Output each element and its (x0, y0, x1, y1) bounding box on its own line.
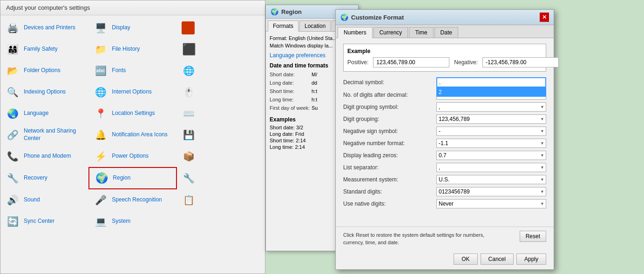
sidebar-item-devices-printers[interactable]: 🖨️ Devices and Printers (0, 17, 88, 39)
sidebar-item-internet-options[interactable]: 🌐 Internet Options (88, 81, 176, 103)
file-history-icon: 📁 (93, 42, 108, 57)
digit-grouping-label: Digit grouping: (343, 116, 436, 122)
decimal-symbol-input-wrapper: 2 (436, 77, 546, 87)
power-icon: ⚡ (93, 149, 108, 164)
customize-close-button[interactable]: ✕ (540, 13, 549, 22)
sidebar-item-col3-10[interactable] (177, 211, 265, 232)
sidebar-item-family-safety[interactable]: 👨‍👩‍👧 Family Safety (0, 39, 88, 60)
tab-currency[interactable]: Currency (373, 27, 408, 38)
speech-label[interactable]: Speech Recognition (112, 196, 162, 204)
sound-label[interactable]: Sound (24, 196, 40, 204)
region-label[interactable]: Region (113, 174, 130, 182)
sidebar-item-file-history[interactable]: 📁 File History (88, 39, 176, 60)
use-native-digits-select[interactable]: Never (436, 199, 546, 208)
first-day-value: Su (312, 105, 318, 111)
network-icon: 🌐 (182, 63, 197, 78)
ok-button[interactable]: OK (454, 254, 477, 265)
sidebar-item-col3-5[interactable]: ⌨️ (177, 103, 265, 124)
recovery-label[interactable]: Recovery (24, 174, 47, 182)
sidebar-item-col3-6[interactable]: 💾 (177, 124, 265, 146)
sidebar-item-col3-4[interactable]: 🖱️ (177, 81, 265, 103)
system-label[interactable]: System (112, 218, 130, 225)
sidebar-item-system[interactable]: 💻 System (88, 211, 176, 232)
sidebar-item-display[interactable]: 🖥️ Display (88, 17, 176, 39)
sidebar-item-language[interactable]: 🌏 Language (0, 103, 88, 124)
negative-sign-select[interactable]: - (436, 127, 546, 136)
sidebar-item-region[interactable]: 🌍 Region (88, 167, 176, 189)
language-preferences-link[interactable]: Language preferences (270, 52, 325, 59)
customize-format-dialog: 🌍 Customize Format ✕ Numbers Currency Ti… (335, 9, 554, 270)
digit-grouping-select[interactable]: 123,456,789 (436, 114, 546, 124)
internet-options-label[interactable]: Internet Options (112, 88, 151, 96)
list-separator-label: List separator: (343, 164, 436, 171)
family-safety-icon: 👨‍👩‍👧 (5, 42, 20, 57)
list-separator-select[interactable]: , (436, 163, 546, 172)
fonts-label[interactable]: Fonts (112, 67, 126, 74)
digit-grouping-symbol-row: Digit grouping symbol: , (343, 102, 546, 112)
col3-1-icon (182, 21, 195, 34)
recovery-icon: 🔧 (5, 171, 20, 186)
reset-note: Click Reset to restore the system defaul… (343, 232, 492, 246)
example-title: Example (347, 48, 542, 54)
sidebar-item-sync-center[interactable]: 🔄 Sync Center (0, 211, 88, 232)
sidebar-item-sound[interactable]: 🔊 Sound (0, 189, 88, 211)
sidebar-item-speech-recognition[interactable]: 🎤 Speech Recognition (88, 189, 176, 211)
sidebar-item-col3-7[interactable]: 📦 (177, 146, 265, 167)
apply-button[interactable]: Apply (516, 254, 546, 265)
measurement-system-select[interactable]: U.S. (436, 175, 546, 184)
display-leading-zeros-select[interactable]: 0.7 (436, 151, 546, 160)
sidebar-item-folder-options[interactable]: 📂 Folder Options (0, 60, 88, 81)
tab-numbers[interactable]: Numbers (338, 27, 373, 38)
sidebar-item-recovery[interactable]: 🔧 Recovery (0, 167, 88, 189)
sidebar-item-phone-modem[interactable]: 📞 Phone and Modem (0, 146, 88, 167)
negative-sign-label: Negative sign symbol: (343, 128, 436, 134)
measurement-system-label: Measurement system: (343, 176, 436, 183)
short-date-label: Short date: (270, 72, 312, 77)
network-sharing-label[interactable]: Network and Sharing Center (24, 127, 84, 142)
phone-modem-label[interactable]: Phone and Modem (24, 153, 71, 160)
sidebar-item-col3-1[interactable] (177, 17, 265, 39)
reset-button[interactable]: Reset (520, 231, 546, 242)
tab-date[interactable]: Date (434, 27, 458, 38)
sidebar-item-indexing-options[interactable]: 🔍 Indexing Options (0, 81, 88, 103)
negative-value-input[interactable] (482, 57, 559, 67)
standard-digits-select[interactable]: 0123456789 (436, 187, 546, 196)
display-icon: 🖥️ (93, 20, 108, 35)
sidebar-item-col3-2[interactable]: ⬛ (177, 39, 265, 60)
tab-time[interactable]: Time (409, 27, 433, 38)
cancel-button[interactable]: Cancel (481, 254, 514, 265)
tab-formats[interactable]: Formats (268, 20, 298, 32)
list-separator-row: List separator: , (343, 163, 546, 172)
sidebar-item-col3-9[interactable]: 📋 (177, 189, 265, 211)
indexing-label[interactable]: Indexing Options (24, 88, 66, 96)
file-history-label[interactable]: File History (112, 46, 140, 53)
sidebar-item-power-options[interactable]: ⚡ Power Options (88, 146, 176, 167)
folder-options-label[interactable]: Folder Options (24, 67, 61, 74)
digit-grouping-symbol-select[interactable]: , (436, 102, 546, 112)
sidebar-item-col3-3[interactable]: 🌐 (177, 60, 265, 81)
location-label[interactable]: Location Settings (112, 110, 155, 117)
family-safety-label[interactable]: Family Safety (24, 46, 58, 53)
decimal-symbol-row: Decimal symbol: 2 (343, 77, 546, 87)
sync-label[interactable]: Sync Center (24, 218, 54, 225)
power-options-label[interactable]: Power Options (112, 153, 149, 160)
decimal-symbol-input[interactable] (436, 77, 546, 87)
sidebar-item-network-sharing[interactable]: 🔗 Network and Sharing Center (0, 124, 88, 146)
decimal-symbol-dropdown[interactable]: 2 (436, 87, 546, 97)
notification-label[interactable]: Notification Area Icons (112, 131, 167, 139)
display-leading-zeros-wrapper: 0.7 (436, 151, 546, 160)
first-day-label: First day of week: (270, 105, 312, 111)
sidebar-item-notification-area[interactable]: 🔔 Notification Area Icons (88, 124, 176, 146)
tab-location[interactable]: Location (299, 20, 331, 31)
positive-value-input[interactable] (373, 57, 449, 67)
devices-printers-label[interactable]: Devices and Printers (24, 24, 75, 32)
customize-content: Example Positive: Negative: Decimal symb… (336, 38, 554, 217)
display-label[interactable]: Display (112, 24, 130, 32)
folder-options-icon: 📂 (5, 63, 20, 78)
negative-number-format-select[interactable]: -1.1 (436, 139, 546, 148)
language-label[interactable]: Language (24, 110, 48, 117)
sidebar-item-location-settings[interactable]: 📍 Location Settings (88, 103, 176, 124)
storage-icon: 💾 (182, 127, 197, 142)
sidebar-item-col3-8[interactable]: 🔧 (177, 167, 265, 189)
sidebar-item-fonts[interactable]: 🔤 Fonts (88, 60, 176, 81)
